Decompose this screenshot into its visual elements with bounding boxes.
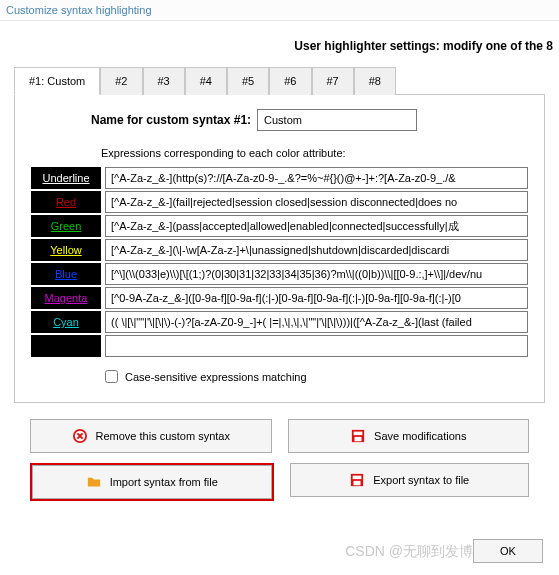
case-label: Case-sensitive expressions matching: [125, 371, 307, 383]
tab-strip: #1: Custom #2 #3 #4 #5 #6 #7 #8: [0, 67, 559, 95]
tab-2[interactable]: #2: [100, 67, 142, 95]
remove-label: Remove this custom syntax: [96, 430, 231, 442]
color-swatch[interactable]: Red: [31, 191, 101, 213]
expression-input[interactable]: [105, 167, 528, 189]
remove-icon: [72, 428, 88, 444]
svg-rect-8: [354, 481, 361, 485]
color-row: Green: [31, 215, 528, 237]
save-label: Save modifications: [374, 430, 466, 442]
case-checkbox[interactable]: [105, 370, 118, 383]
tab-panel: Name for custom syntax #1: Expressions c…: [14, 94, 545, 403]
color-swatch[interactable]: [31, 335, 101, 357]
color-row: Cyan: [31, 311, 528, 333]
name-label: Name for custom syntax #1:: [91, 113, 251, 127]
tab-3[interactable]: #3: [143, 67, 185, 95]
save-button[interactable]: Save modifications: [288, 419, 530, 453]
name-input[interactable]: [257, 109, 417, 131]
export-button[interactable]: Export syntax to file: [290, 463, 530, 497]
tab-5[interactable]: #5: [227, 67, 269, 95]
color-swatch[interactable]: Cyan: [31, 311, 101, 333]
color-row: Magenta: [31, 287, 528, 309]
expr-heading: Expressions corresponding to each color …: [31, 147, 528, 159]
color-swatch[interactable]: Blue: [31, 263, 101, 285]
color-swatch[interactable]: Magenta: [31, 287, 101, 309]
ok-button[interactable]: OK: [473, 539, 543, 563]
color-swatch[interactable]: Green: [31, 215, 101, 237]
header-text: User highlighter settings: modify one of…: [0, 21, 559, 67]
expression-input[interactable]: [105, 311, 528, 333]
tab-1[interactable]: #1: Custom: [14, 67, 100, 95]
svg-rect-7: [353, 476, 362, 480]
title-bar: Customize syntax highlighting: [0, 0, 559, 21]
tab-8[interactable]: #8: [354, 67, 396, 95]
color-row: Yellow: [31, 239, 528, 261]
tab-6[interactable]: #6: [269, 67, 311, 95]
export-icon: [349, 472, 365, 488]
expression-input[interactable]: [105, 239, 528, 261]
expression-input[interactable]: [105, 263, 528, 285]
color-swatch[interactable]: Yellow: [31, 239, 101, 261]
import-button[interactable]: Import syntax from file: [32, 465, 272, 499]
color-row: Red: [31, 191, 528, 213]
color-swatch[interactable]: Underline: [31, 167, 101, 189]
svg-rect-5: [355, 437, 362, 441]
export-label: Export syntax to file: [373, 474, 469, 486]
expression-input[interactable]: [105, 191, 528, 213]
save-icon: [350, 428, 366, 444]
color-row: [31, 335, 528, 357]
svg-rect-4: [354, 432, 363, 436]
expression-input[interactable]: [105, 335, 528, 357]
remove-button[interactable]: Remove this custom syntax: [30, 419, 272, 453]
color-row: Underline: [31, 167, 528, 189]
tab-7[interactable]: #7: [312, 67, 354, 95]
import-label: Import syntax from file: [110, 476, 218, 488]
folder-icon: [86, 474, 102, 490]
expression-input[interactable]: [105, 287, 528, 309]
expression-input[interactable]: [105, 215, 528, 237]
tab-4[interactable]: #4: [185, 67, 227, 95]
color-row: Blue: [31, 263, 528, 285]
